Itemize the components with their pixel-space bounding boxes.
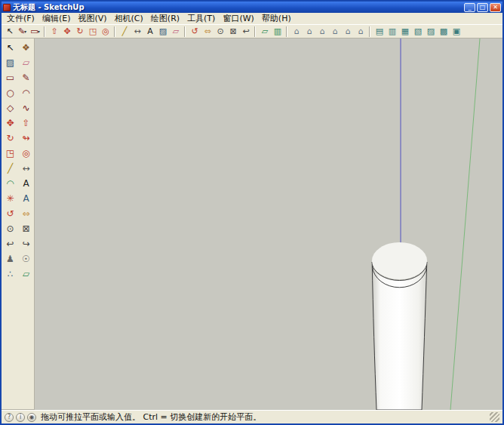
tape-measure-tool[interactable]: ╱ <box>2 161 18 176</box>
menu-item[interactable]: 工具(T) <box>183 13 219 24</box>
axes-tool[interactable]: ✳ <box>2 191 18 206</box>
paint-bucket-tool[interactable]: ▨ <box>2 55 18 70</box>
rotate-tool[interactable]: ↻ <box>73 25 86 38</box>
line-tool[interactable]: ✎▾ <box>16 25 29 38</box>
polygon-tool[interactable]: ◇ <box>2 100 18 115</box>
move-tool[interactable]: ✥ <box>2 115 18 131</box>
circle-tool[interactable]: ○ <box>2 85 18 100</box>
cylinder-body[interactable] <box>372 262 427 410</box>
style-monochrome[interactable]: ▣ <box>450 25 463 38</box>
view-iso[interactable]: ⌂ <box>290 25 303 38</box>
view-top[interactable]: ⌂ <box>303 25 315 38</box>
previous-view-tool[interactable]: ↩ <box>239 25 252 38</box>
shapes-tool[interactable]: ▭▾ <box>29 25 41 38</box>
menu-item[interactable]: 窗口(W) <box>219 13 257 24</box>
line-tool[interactable]: ✎ <box>18 70 34 85</box>
info-icon[interactable]: i <box>16 413 25 422</box>
orbit-tool[interactable]: ↺ <box>2 206 18 221</box>
select-tool[interactable]: ↖ <box>2 40 18 55</box>
view-left[interactable]: ⌂ <box>354 25 367 38</box>
section-cuts-toggle[interactable]: ▥ <box>271 25 284 38</box>
maximize-button[interactable]: □ <box>477 3 488 12</box>
close-button[interactable]: ✕ <box>490 3 501 12</box>
pan-tool[interactable]: ⇔ <box>201 25 214 38</box>
zoom-tool[interactable]: ⊙ <box>214 25 226 38</box>
paint-bucket-tool[interactable]: ▨ <box>156 25 169 38</box>
tool-glyph-icon: ▭ <box>6 73 14 82</box>
push-pull-tool[interactable]: ⇧ <box>18 115 34 131</box>
tool-glyph-icon: ▥ <box>389 27 396 35</box>
view-front[interactable]: ⌂ <box>315 25 328 38</box>
next-view-tool[interactable]: ↪ <box>18 236 34 251</box>
tool-glyph-icon: ∿ <box>22 103 29 112</box>
follow-me-tool[interactable]: ↬ <box>18 131 34 146</box>
main-area: ↖ ❖ ▨ ▱ ▭ ✎ <box>2 38 502 410</box>
zoom-extents-tool[interactable]: ⊠ <box>18 221 34 236</box>
view-right[interactable]: ⌂ <box>328 25 341 38</box>
zoom-tool[interactable]: ⊙ <box>2 221 18 236</box>
scale-tool[interactable]: ◳ <box>2 146 18 161</box>
help-icon[interactable]: ? <box>5 413 14 422</box>
protractor-tool[interactable]: ◠ <box>2 176 18 191</box>
style-wireframe[interactable]: ▦ <box>398 25 411 38</box>
previous-view-tool[interactable]: ↩ <box>2 236 18 251</box>
zoom-extents-tool[interactable]: ⊠ <box>226 25 239 38</box>
style-shaded-textures[interactable]: ▩ <box>437 25 450 38</box>
make-component-tool[interactable]: ❖ <box>18 40 34 55</box>
menu-item[interactable]: 视图(V) <box>74 13 110 24</box>
cylinder-top-face[interactable] <box>372 242 427 279</box>
drawing-canvas[interactable] <box>35 38 502 410</box>
orbit-tool[interactable]: ↺ <box>188 25 201 38</box>
arc-tool[interactable]: ◠ <box>18 85 34 100</box>
tool-glyph-icon: ↖ <box>6 43 14 52</box>
menu-item[interactable]: 文件(F) <box>3 13 38 24</box>
menu-item[interactable]: 相机(C) <box>111 13 147 24</box>
eraser-tool[interactable]: ▱ <box>169 25 182 38</box>
rotate-tool[interactable]: ↻ <box>2 131 18 146</box>
minimize-button[interactable]: _ <box>464 3 475 12</box>
tool-glyph-icon: ▧ <box>414 27 422 35</box>
move-tool[interactable]: ✥ <box>60 25 73 38</box>
view-back[interactable]: ⌂ <box>341 25 354 38</box>
tool-glyph-icon: ↔ <box>22 164 29 173</box>
text-tool[interactable]: A <box>143 25 156 38</box>
tool-glyph-icon: ↖ <box>6 27 13 35</box>
menu-item[interactable]: 帮助(H) <box>258 13 295 24</box>
window-title: 无标题 - SketchUp <box>13 2 462 13</box>
dimension-tool[interactable]: ↔ <box>131 25 143 38</box>
eraser-tool[interactable]: ▱ <box>18 55 34 70</box>
look-around-tool[interactable]: ☉ <box>18 251 34 266</box>
style-back-edges[interactable]: ▥ <box>386 25 398 38</box>
text-tool[interactable]: A <box>18 176 34 191</box>
section-plane-tool[interactable]: ▱ <box>18 266 34 282</box>
tool-glyph-icon: ◳ <box>89 27 97 35</box>
tool-glyph-icon: ↺ <box>191 27 198 35</box>
section-plane-tool[interactable]: ▱ <box>258 25 271 38</box>
toolbar-separator <box>254 26 256 37</box>
style-xray[interactable]: ▤ <box>373 25 386 38</box>
3d-text-tool[interactable]: A <box>18 191 34 206</box>
freehand-tool[interactable]: ∿ <box>18 100 34 115</box>
menu-item[interactable]: 绘图(R) <box>147 13 183 24</box>
tape-measure-tool[interactable]: ╱ <box>118 25 131 38</box>
offset-tool[interactable]: ◎ <box>99 25 112 38</box>
tool-glyph-icon: ⊙ <box>6 224 14 233</box>
push-pull-tool[interactable]: ⇧ <box>48 25 60 38</box>
style-hidden-line[interactable]: ▧ <box>411 25 424 38</box>
dimension-tool[interactable]: ↔ <box>18 161 34 176</box>
instructor-icon[interactable]: ◉ <box>27 413 36 422</box>
tool-glyph-icon: ◠ <box>6 179 14 188</box>
title-bar[interactable]: 无标题 - SketchUp _ □ ✕ <box>2 2 502 13</box>
offset-tool[interactable]: ◎ <box>18 146 34 161</box>
tool-glyph-icon: ↺ <box>6 209 14 218</box>
walk-tool[interactable]: ∴ <box>2 266 18 282</box>
scale-tool[interactable]: ◳ <box>86 25 99 38</box>
resize-grip[interactable] <box>490 412 499 422</box>
select-tool[interactable]: ↖ <box>3 25 16 38</box>
position-camera-tool[interactable]: ♟ <box>2 251 18 266</box>
viewport-svg <box>35 38 502 410</box>
rectangle-tool[interactable]: ▭ <box>2 70 18 85</box>
pan-tool[interactable]: ⇔ <box>18 206 34 221</box>
style-shaded[interactable]: ▨ <box>424 25 437 38</box>
menu-item[interactable]: 编辑(E) <box>38 13 75 24</box>
